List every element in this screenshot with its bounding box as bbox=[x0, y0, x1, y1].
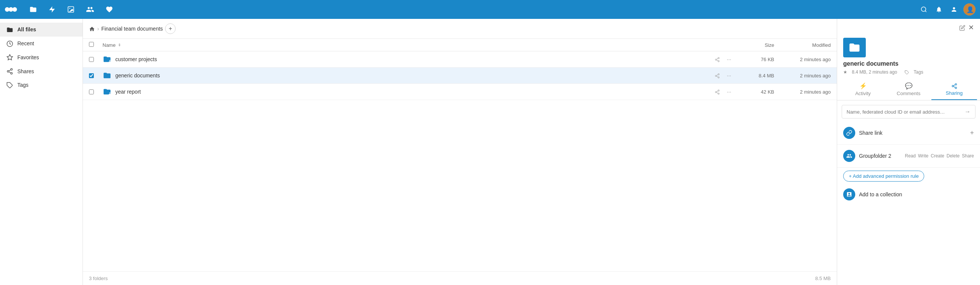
main-layout: All files Recent Favorites Shares Tags bbox=[0, 19, 980, 285]
app-logo[interactable] bbox=[5, 3, 18, 16]
share-link-add-button[interactable]: + bbox=[970, 129, 974, 137]
file-modified-1: 2 minutes ago bbox=[774, 57, 831, 62]
svg-point-19 bbox=[715, 59, 717, 61]
row-checkbox-3[interactable] bbox=[89, 90, 102, 94]
share-search-arrow[interactable]: → bbox=[960, 105, 975, 118]
svg-line-7 bbox=[925, 11, 926, 12]
svg-point-1 bbox=[5, 7, 10, 12]
perm-share[interactable]: Share bbox=[962, 153, 974, 159]
user-avatar[interactable]: 👤 bbox=[963, 3, 975, 16]
svg-line-37 bbox=[953, 86, 955, 88]
svg-line-38 bbox=[953, 85, 955, 86]
search-nav-icon[interactable] bbox=[918, 4, 929, 15]
panel-star-icon[interactable]: ★ bbox=[843, 69, 847, 75]
file-checkbox-1[interactable] bbox=[89, 57, 94, 62]
panel-tags-label[interactable]: Tags bbox=[914, 69, 923, 75]
svg-line-22 bbox=[716, 59, 718, 59]
svg-point-29 bbox=[715, 91, 717, 93]
tab-comments[interactable]: 💬 Comments bbox=[886, 78, 931, 100]
tab-sharing[interactable]: Sharing bbox=[931, 78, 977, 100]
topnav-right: 👤 bbox=[918, 3, 975, 16]
breadcrumb-add-button[interactable]: + bbox=[165, 23, 176, 34]
perm-delete[interactable]: Delete bbox=[947, 153, 959, 159]
file-list: customer projects ··· 76 KB 2 minutes ag… bbox=[83, 51, 837, 271]
share-link-item[interactable]: Share link + bbox=[837, 123, 980, 142]
divider-1 bbox=[837, 144, 980, 144]
select-all-checkbox[interactable] bbox=[89, 42, 102, 48]
table-row[interactable]: year report ··· 42 KB 2 minutes ago bbox=[83, 84, 837, 100]
activity-nav-icon[interactable] bbox=[46, 3, 58, 16]
photos-nav-icon[interactable] bbox=[65, 3, 77, 16]
svg-point-14 bbox=[11, 72, 13, 74]
file-name-3: year report bbox=[102, 88, 713, 96]
sidebar-item-tags-label: Tags bbox=[18, 82, 29, 88]
svg-point-30 bbox=[718, 93, 719, 94]
contacts-icon[interactable] bbox=[948, 4, 959, 15]
sidebar-item-recent-label: Recent bbox=[18, 40, 34, 46]
file-label-2: generic documents bbox=[115, 72, 160, 78]
svg-marker-3 bbox=[49, 6, 55, 13]
row-checkbox-2[interactable] bbox=[89, 73, 102, 78]
perm-read[interactable]: Read bbox=[905, 153, 916, 159]
svg-point-25 bbox=[718, 77, 719, 78]
share-link-icon bbox=[843, 127, 855, 139]
panel-edit-icon[interactable] bbox=[959, 24, 965, 31]
file-checkbox-3[interactable] bbox=[89, 90, 94, 94]
svg-line-31 bbox=[716, 93, 718, 93]
svg-point-24 bbox=[715, 75, 717, 77]
svg-point-23 bbox=[718, 74, 719, 75]
name-column-header[interactable]: Name bbox=[102, 42, 737, 48]
add-to-collection-item[interactable]: Add to a collection bbox=[837, 184, 980, 204]
more-action-1[interactable]: ··· bbox=[725, 56, 733, 63]
perm-create[interactable]: Create bbox=[931, 153, 944, 159]
file-list-footer: 3 folders 8.5 MB bbox=[83, 271, 837, 285]
share-action-3[interactable] bbox=[713, 88, 721, 96]
more-action-2[interactable]: ··· bbox=[725, 72, 733, 79]
sharing-tab-icon bbox=[951, 82, 958, 89]
groupfolder-item[interactable]: Groupfolder 2 Read Write Create Delete S… bbox=[837, 146, 980, 166]
notifications-icon[interactable] bbox=[933, 4, 945, 15]
file-actions-3: ··· bbox=[713, 88, 733, 96]
sidebar-item-shares[interactable]: Shares bbox=[0, 64, 83, 78]
sidebar-item-all-files[interactable]: All files bbox=[0, 22, 83, 37]
add-advanced-permission-button[interactable]: + Add advanced permission rule bbox=[843, 171, 924, 182]
tab-activity-label: Activity bbox=[855, 91, 871, 96]
content-area: › Financial team documents + Name Size M… bbox=[83, 19, 837, 285]
sidebar-item-recent[interactable]: Recent bbox=[0, 37, 83, 51]
panel-tag-icon bbox=[905, 69, 909, 75]
panel-folder-name: generic documents bbox=[837, 61, 980, 69]
svg-point-35 bbox=[952, 85, 954, 87]
contacts-nav-icon[interactable] bbox=[84, 3, 97, 16]
svg-line-16 bbox=[9, 70, 11, 71]
table-row[interactable]: generic documents ··· 8.4 MB 2 minutes a… bbox=[83, 67, 837, 84]
perm-write[interactable]: Write bbox=[918, 153, 928, 159]
favorites-nav-icon[interactable] bbox=[103, 3, 115, 16]
files-nav-icon[interactable] bbox=[27, 3, 39, 16]
panel-close-button[interactable]: ✕ bbox=[968, 23, 974, 32]
share-icon bbox=[6, 67, 14, 75]
modified-column-header: Modified bbox=[774, 42, 831, 48]
table-row[interactable]: customer projects ··· 76 KB 2 minutes ag… bbox=[83, 51, 837, 67]
share-action-2[interactable] bbox=[713, 72, 721, 79]
folder-icon bbox=[6, 26, 14, 33]
sidebar-item-tags[interactable]: Tags bbox=[0, 78, 83, 92]
file-size-1: 76 KB bbox=[737, 57, 774, 62]
more-action-3[interactable]: ··· bbox=[725, 88, 733, 96]
tab-activity[interactable]: ⚡ Activity bbox=[840, 78, 886, 100]
share-action-1[interactable] bbox=[713, 56, 721, 63]
file-label-3: year report bbox=[115, 89, 141, 95]
row-checkbox-1[interactable] bbox=[89, 57, 102, 62]
sidebar-item-favorites[interactable]: Favorites bbox=[0, 51, 83, 64]
breadcrumb-current[interactable]: Financial team documents bbox=[102, 26, 163, 32]
right-panel: ✕ generic documents ★ 8.4 MB, 2 minutes … bbox=[837, 19, 980, 285]
file-checkbox-2[interactable] bbox=[89, 73, 94, 78]
svg-line-27 bbox=[716, 75, 718, 75]
svg-text:👤: 👤 bbox=[966, 6, 974, 13]
panel-meta: ★ 8.4 MB, 2 minutes ago Tags bbox=[837, 69, 980, 78]
tab-sharing-label: Sharing bbox=[946, 90, 963, 96]
groupfolder-permissions: Read Write Create Delete Share bbox=[905, 153, 974, 159]
select-all-input[interactable] bbox=[89, 42, 94, 47]
share-search-input[interactable] bbox=[842, 106, 960, 118]
home-breadcrumb-icon[interactable] bbox=[89, 25, 95, 32]
breadcrumb: › Financial team documents + bbox=[83, 19, 837, 39]
